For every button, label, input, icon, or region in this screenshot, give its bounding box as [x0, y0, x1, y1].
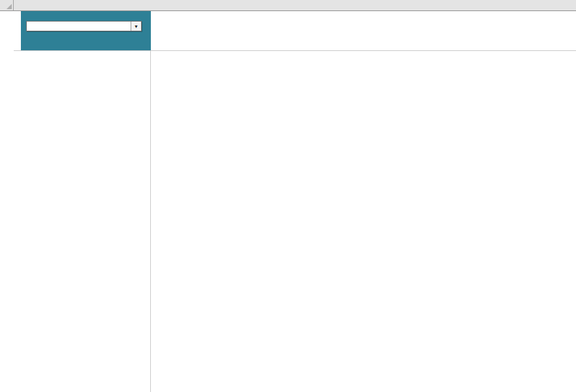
row-headers	[0, 0, 14, 392]
gender-dropdown[interactable]: ▼	[26, 21, 142, 31]
filter-panel: ▼	[21, 11, 151, 50]
dropdown-arrow-icon[interactable]: ▼	[131, 22, 141, 31]
row3-bottom-border	[14, 50, 576, 51]
column-d-right-border	[150, 50, 151, 392]
spreadsheet: ▼	[0, 0, 576, 392]
column-headers	[14, 0, 576, 11]
